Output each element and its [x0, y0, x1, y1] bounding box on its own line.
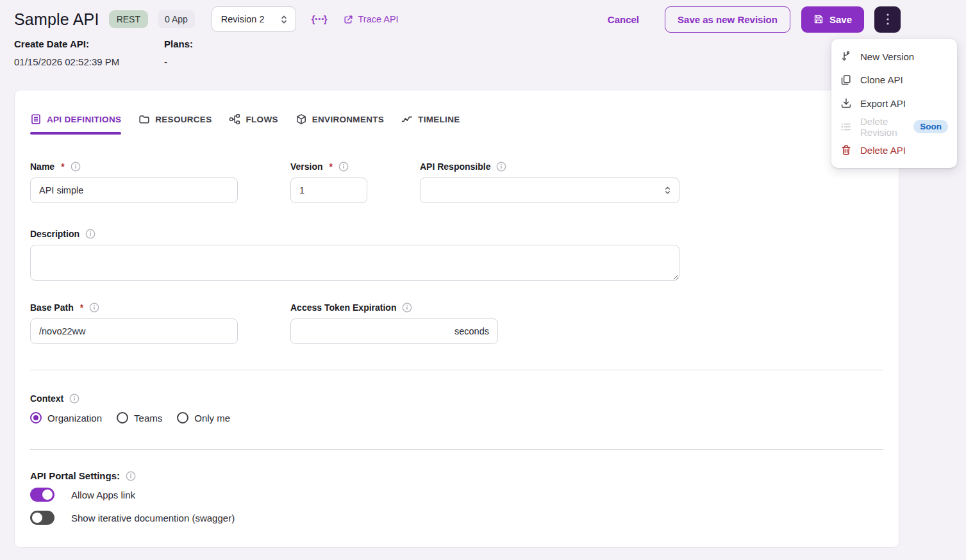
- create-date-value: 01/15/2026 02:52:39 PM: [14, 56, 162, 67]
- show-swagger-toggle[interactable]: [30, 511, 54, 525]
- folder-icon: [138, 113, 150, 125]
- divider: [30, 370, 883, 370]
- radio-label: Only me: [194, 413, 230, 424]
- version-input[interactable]: [290, 177, 367, 203]
- menu-item-label: Clone API: [860, 74, 903, 85]
- info-icon[interactable]: [89, 302, 99, 313]
- tab-api-definitions[interactable]: API DEFINITIONS: [30, 113, 121, 135]
- info-icon[interactable]: [69, 393, 79, 404]
- plans-value: -: [164, 56, 193, 67]
- base-path-input[interactable]: [30, 318, 238, 344]
- more-actions-button[interactable]: [874, 6, 901, 33]
- code-braces-icon[interactable]: {⋯}: [312, 13, 327, 25]
- tab-resources[interactable]: RESOURCES: [138, 113, 212, 135]
- chevron-updown-icon: [664, 186, 671, 195]
- radio-label: Organization: [47, 413, 102, 424]
- trace-api-link[interactable]: Trace API: [344, 14, 399, 24]
- tab-environments[interactable]: ENVIRONMENTS: [296, 113, 384, 135]
- allow-apps-link-toggle[interactable]: [30, 488, 54, 502]
- cancel-button[interactable]: Cancel: [608, 14, 639, 25]
- menu-item-label: New Version: [860, 51, 914, 62]
- info-icon[interactable]: [402, 302, 412, 313]
- download-icon: [840, 97, 852, 109]
- toggle-knob: [32, 513, 42, 523]
- package-icon: [296, 113, 307, 125]
- description-textarea[interactable]: [30, 245, 679, 281]
- menu-item-label: Delete Revision: [860, 116, 905, 138]
- name-label: Name*: [30, 161, 238, 172]
- name-input[interactable]: [30, 177, 238, 203]
- api-responsible-select[interactable]: [420, 177, 679, 203]
- menu-item-new-version[interactable]: New Version: [831, 45, 957, 69]
- radio-label: Teams: [134, 413, 162, 424]
- radio-organization[interactable]: Organization: [30, 412, 102, 424]
- create-date-label: Create Date API:: [14, 38, 162, 49]
- info-icon[interactable]: [71, 161, 81, 172]
- save-button[interactable]: Save: [801, 6, 864, 33]
- radio-only-me[interactable]: Only me: [177, 412, 230, 424]
- kebab-menu-icon: [887, 13, 889, 25]
- description-label: Description: [30, 229, 883, 239]
- radio-icon: [177, 412, 188, 424]
- info-icon[interactable]: [126, 471, 136, 481]
- plans-label: Plans:: [164, 38, 193, 49]
- list-icon: [840, 121, 852, 133]
- context-label: Context: [30, 393, 883, 404]
- context-menu: New Version Clone API Export API Delete …: [831, 39, 957, 168]
- access-token-expiration-input[interactable]: [291, 319, 454, 343]
- api-definition-card: API DEFINITIONS RESOURCES FLOWS ENVIRONM…: [14, 90, 899, 548]
- version-label: Version*: [290, 161, 367, 172]
- toggle-label: Allow Apps link: [71, 490, 135, 500]
- clone-icon: [840, 74, 852, 86]
- menu-item-label: Delete API: [860, 145, 906, 156]
- base-path-label: Base Path*: [30, 302, 238, 313]
- save-button-label: Save: [829, 14, 852, 25]
- seconds-suffix: seconds: [454, 326, 497, 336]
- info-icon[interactable]: [85, 229, 96, 239]
- trash-icon: [840, 144, 852, 156]
- menu-item-export-api[interactable]: Export API: [831, 92, 957, 115]
- radio-teams[interactable]: Teams: [117, 412, 162, 424]
- api-portal-settings-label: API Portal Settings:: [30, 470, 883, 481]
- tab-label: API DEFINITIONS: [47, 115, 121, 124]
- api-responsible-label: API Responsible: [420, 161, 679, 172]
- revision-select[interactable]: Revision 2: [212, 6, 296, 32]
- tab-bar: API DEFINITIONS RESOURCES FLOWS ENVIRONM…: [15, 90, 899, 135]
- toggle-knob: [42, 490, 53, 500]
- document-icon: [30, 113, 42, 125]
- soon-badge: Soon: [913, 120, 948, 133]
- save-as-new-revision-button[interactable]: Save as new Revision: [665, 6, 790, 33]
- tab-label: FLOWS: [246, 115, 278, 124]
- page-title: Sample API: [14, 10, 99, 29]
- branch-icon: [840, 51, 852, 62]
- save-floppy-icon: [813, 14, 824, 24]
- menu-item-delete-revision[interactable]: Delete Revision Soon: [831, 115, 957, 139]
- context-radio-group: Organization Teams Only me: [30, 412, 883, 424]
- info-icon[interactable]: [496, 161, 506, 172]
- tab-label: RESOURCES: [155, 115, 212, 124]
- required-mark: *: [80, 302, 83, 313]
- revision-select-value: Revision 2: [221, 14, 265, 24]
- info-icon[interactable]: [338, 161, 349, 172]
- divider: [30, 449, 883, 450]
- access-token-expiration-field: seconds: [290, 318, 498, 344]
- toggle-label: Show iterative documention (swagger): [71, 513, 235, 523]
- tab-label: ENVIRONMENTS: [312, 115, 384, 124]
- app-count-badge: 0 App: [158, 10, 195, 28]
- trend-icon: [401, 113, 413, 125]
- radio-icon: [117, 412, 128, 424]
- tab-timeline[interactable]: TIMELINE: [401, 113, 460, 135]
- trace-api-label: Trace API: [358, 14, 399, 24]
- flow-icon: [229, 113, 240, 125]
- menu-item-clone-api[interactable]: Clone API: [831, 69, 957, 92]
- menu-item-delete-api[interactable]: Delete API: [831, 138, 957, 162]
- rest-badge: REST: [109, 10, 148, 28]
- required-mark: *: [329, 161, 333, 172]
- radio-selected-icon: [30, 412, 42, 424]
- chevron-updown-icon: [280, 15, 288, 24]
- tab-flows[interactable]: FLOWS: [229, 113, 278, 135]
- required-mark: *: [61, 161, 64, 172]
- api-definitions-form: Name* Version* API Responsible: [15, 161, 899, 525]
- external-link-icon: [344, 15, 353, 24]
- tab-label: TIMELINE: [418, 115, 460, 124]
